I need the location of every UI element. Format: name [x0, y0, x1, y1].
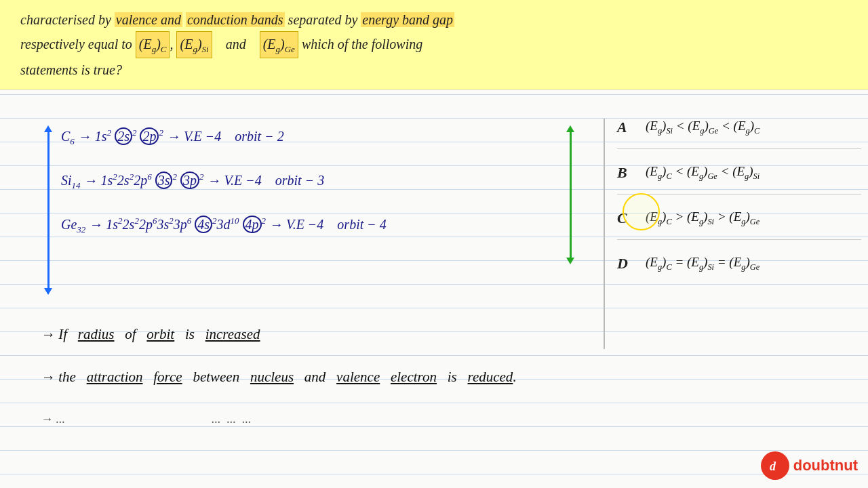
doubtnut-icon: d	[761, 451, 789, 480]
bottom-lines: → If radius of orbit is increased → the …	[41, 325, 517, 451]
options-divider	[604, 119, 605, 349]
highlight-energy-band-gap: energy band gap	[361, 12, 454, 27]
circle-4s: 4s	[195, 216, 212, 233]
circle-3p: 3p	[180, 171, 199, 189]
arrow-body	[47, 152, 50, 288]
arrow-up	[47, 132, 50, 152]
option-a-expr: (Eg)Si < (Eg)Ge < (Eg)C	[646, 119, 760, 136]
box-eg-ge: (Eg)Ge	[260, 31, 298, 58]
content-lines: C6 → 1s2 2s2 2p2 → V.E −4 orbit − 2﻿ Si1…	[61, 127, 387, 254]
option-row-b: B (Eg)C < (Eg)Ge < (Eg)Si	[617, 164, 861, 195]
main-container: characterised by valence and conduction …	[0, 0, 868, 488]
option-b-label: B	[617, 164, 637, 182]
option-d-expr: (Eg)C = (Eg)Si = (Eg)Ge	[646, 255, 760, 272]
options-panel: A (Eg)Si < (Eg)Ge < (Eg)C B (Eg)C < (Eg)…	[617, 119, 861, 300]
header-line1: characterised by valence and conduction …	[20, 8, 848, 31]
arrow-up-head	[44, 125, 52, 132]
circle-4p: 4p	[243, 216, 262, 233]
logo-container: d doubtnut	[761, 451, 858, 480]
option-d-label: D	[617, 255, 637, 272]
content-line-ge32: Ge32 → 1s22s22p63s23p6 4s23d10 4p2 → V.E…	[61, 216, 387, 234]
circle-2s: 2s	[115, 127, 132, 145]
bottom-line-1: → If radius of orbit is increased	[41, 325, 517, 344]
header-line2: respectively equal to (Eg)C, (Eg)Si and …	[20, 31, 848, 58]
green-arrow-body	[570, 152, 572, 258]
header-section: characterised by valence and conduction …	[0, 0, 868, 90]
green-arrow-up-head	[566, 125, 574, 132]
option-row-d: D (Eg)C = (Eg)Si = (Eg)Ge	[617, 255, 861, 285]
header-line3: statements is true?	[20, 58, 848, 81]
option-c-expr: (Eg)C > (Eg)Si > (Eg)Ge	[646, 209, 760, 227]
content-line-si14: Si14 → 1s22s22p6 3s2 3p2 → V.E −4 orbit …	[61, 171, 387, 190]
svg-text:d: d	[770, 460, 776, 473]
green-arrow-up	[570, 132, 572, 152]
green-arrow-down-head	[566, 258, 574, 264]
doubtnut-svg: d	[766, 456, 785, 475]
circle-2p: 2p	[140, 127, 159, 145]
box-eg-si: (Eg)Si	[176, 31, 212, 58]
highlight-valence-and: valence and	[115, 12, 182, 27]
highlight-conduction-bands: conduction bands	[186, 12, 285, 27]
option-c-circle-highlight	[623, 193, 660, 230]
content-line-c6: C6 → 1s2 2s2 2p2 → V.E −4 orbit − 2	[61, 127, 387, 146]
option-row-a: A (Eg)Si < (Eg)Ge < (Eg)C	[617, 119, 861, 149]
circle-3s: 3s	[155, 171, 173, 189]
bottom-line-2: → the attraction force between nucleus a…	[41, 368, 517, 386]
option-b-expr: (Eg)C < (Eg)Ge < (Eg)Si	[646, 164, 760, 182]
bottom-line-3: → ... ... ... ...	[41, 411, 517, 427]
arrow-down-head	[44, 288, 52, 295]
option-a-label: A	[617, 119, 637, 136]
doubtnut-text: doubtnut	[793, 457, 858, 474]
box-eg-c: (Eg)C	[136, 31, 170, 58]
